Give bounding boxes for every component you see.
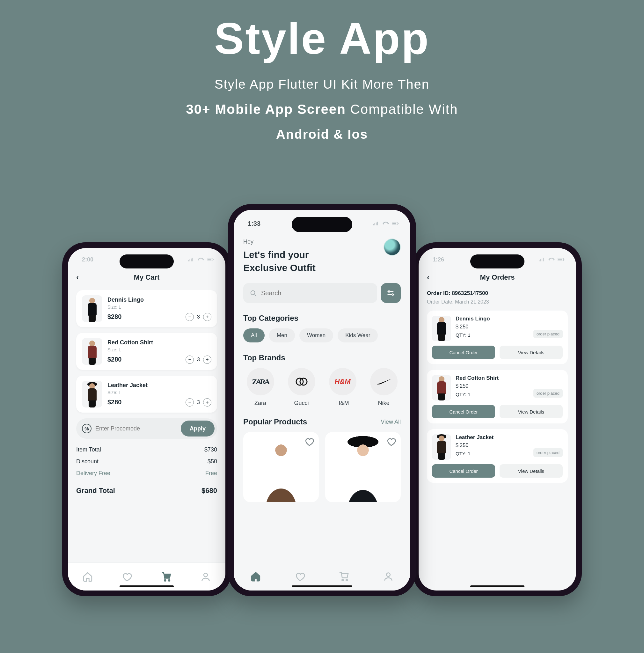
order-item: Leather Jacket $ 250 QTY: 1 order placed…: [427, 429, 568, 483]
product-price: $280: [107, 356, 122, 363]
cancel-order-button[interactable]: Cancel Order: [432, 405, 495, 418]
product-card[interactable]: [243, 432, 319, 502]
svg-rect-8: [398, 223, 398, 224]
svg-point-15: [346, 579, 347, 581]
product-qty: QTY: 1: [455, 391, 471, 397]
promo-input[interactable]: [95, 425, 181, 432]
tagline-1: Let's find your: [243, 248, 316, 262]
notch: [292, 217, 352, 232]
product-thumb[interactable]: [432, 375, 451, 401]
chip-all[interactable]: All: [243, 329, 265, 342]
user-icon[interactable]: [200, 571, 211, 582]
cart-icon[interactable]: [339, 571, 349, 582]
qty-plus-button[interactable]: +: [203, 356, 212, 364]
qty-value: 3: [197, 314, 200, 320]
heart-icon[interactable]: [121, 571, 132, 582]
product-grid: [243, 432, 401, 502]
brand-gucci[interactable]: Gucci: [284, 368, 319, 407]
totals: Item Total$730 Discount$50 Delivery Free…: [76, 446, 217, 495]
chip-women[interactable]: Women: [299, 329, 333, 342]
brand-hm[interactable]: H&M H&M: [325, 368, 360, 407]
page-title: My Cart: [134, 273, 160, 282]
product-name: Leather Jacket: [455, 434, 563, 441]
chip-kids[interactable]: Kids Wear: [338, 329, 378, 342]
section-title-popular: Popular Products: [243, 417, 307, 426]
user-icon[interactable]: [383, 571, 394, 582]
order-status-badge: order placed: [534, 389, 563, 397]
brand-row: ZARA Zara Gucci H&M H&M: [243, 368, 401, 407]
status-indicators: [373, 221, 399, 226]
order-item: Dennis Lingo $ 250 QTY: 1 order placed C…: [427, 311, 568, 364]
hero-bold-1: 30+ Mobile App Screen: [186, 102, 346, 117]
svg-rect-18: [558, 259, 562, 260]
view-details-button[interactable]: View Details: [500, 405, 563, 418]
view-all-link[interactable]: View All: [381, 419, 401, 425]
search-box[interactable]: [243, 283, 377, 303]
qty-plus-button[interactable]: +: [203, 313, 212, 321]
svg-point-10: [388, 291, 390, 292]
chip-men[interactable]: Men: [269, 329, 295, 342]
brand-nike[interactable]: Nike: [367, 368, 401, 407]
svg-point-3: [164, 580, 166, 581]
qty-value: 3: [197, 357, 200, 363]
gucci-logo-icon: [295, 377, 308, 386]
svg-rect-7: [393, 222, 396, 224]
notch: [120, 255, 174, 268]
hero-subtitle-2: 30+ Mobile App Screen Compatible With: [0, 102, 644, 117]
hero: Style App Style App Flutter UI Kit More …: [0, 0, 644, 142]
status-time: 2:00: [82, 256, 93, 263]
back-button[interactable]: ‹: [76, 273, 79, 282]
status-indicators: [188, 257, 214, 262]
category-chips: All Men Women Kids Wear: [243, 329, 401, 342]
qty-minus-button[interactable]: −: [185, 398, 194, 407]
product-thumb[interactable]: [82, 295, 102, 322]
product-size: Size: L: [107, 390, 212, 395]
svg-rect-2: [213, 259, 214, 260]
grand-total-label: Grand Total: [76, 487, 115, 495]
product-thumb[interactable]: [432, 434, 451, 460]
item-total-label: Item Total: [76, 446, 101, 453]
grand-total-value: $680: [201, 487, 217, 495]
qty-minus-button[interactable]: −: [185, 313, 194, 321]
status-time: 1:26: [432, 256, 444, 263]
brand-label: Nike: [367, 400, 401, 407]
apply-button[interactable]: Apply: [181, 420, 215, 436]
brand-logo: ZARA: [247, 368, 274, 395]
heart-icon[interactable]: [386, 436, 396, 447]
heart-icon[interactable]: [304, 436, 314, 447]
qty-value: 3: [197, 400, 200, 405]
view-details-button[interactable]: View Details: [500, 464, 563, 478]
home-indicator: [120, 585, 174, 587]
phone-home: 1:33 Hey Let's find your Exclusive: [228, 204, 416, 596]
cart-icon[interactable]: [161, 571, 172, 582]
product-name: Red Cotton Shirt: [455, 375, 563, 381]
home-icon[interactable]: [82, 571, 93, 582]
product-name: Leather Jacket: [107, 382, 212, 389]
home-indicator: [470, 585, 524, 587]
svg-point-14: [342, 579, 344, 581]
cart-item: Leather Jacket Size: L $280 − 3 +: [76, 376, 217, 413]
promo-row: % Apply: [76, 418, 217, 439]
cancel-order-button[interactable]: Cancel Order: [432, 464, 495, 478]
product-size: Size: L: [107, 305, 212, 310]
notch: [470, 255, 524, 268]
cancel-order-button[interactable]: Cancel Order: [432, 346, 495, 359]
product-thumb[interactable]: [82, 338, 102, 365]
qty-minus-button[interactable]: −: [185, 356, 194, 364]
avatar[interactable]: [383, 239, 401, 256]
product-card[interactable]: [325, 432, 401, 502]
filter-button[interactable]: [381, 283, 401, 303]
product-thumb[interactable]: [82, 381, 102, 408]
brand-zara[interactable]: ZARA Zara: [243, 368, 277, 407]
view-details-button[interactable]: View Details: [500, 346, 563, 359]
heart-icon[interactable]: [295, 571, 305, 582]
brand-logo: H&M: [329, 368, 356, 395]
delivery-label: Delivery Free: [76, 470, 110, 477]
back-button[interactable]: ‹: [427, 273, 429, 282]
search-input[interactable]: [261, 290, 371, 297]
home-icon[interactable]: [250, 571, 261, 582]
qty-plus-button[interactable]: +: [203, 398, 212, 407]
product-thumb[interactable]: [432, 316, 451, 341]
home-indicator: [292, 585, 352, 587]
delivery-value: Free: [205, 470, 217, 477]
